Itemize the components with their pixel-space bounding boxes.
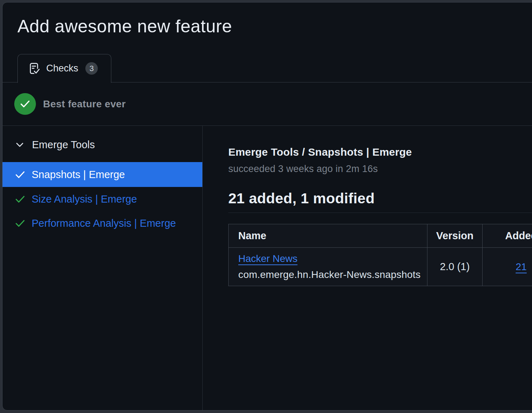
tab-checks-label: Checks [46, 63, 78, 74]
version-cell: 2.0 (1) [427, 248, 483, 286]
diff-summary: 21 added, 1 modified [228, 190, 532, 207]
app-name-link[interactable]: Hacker News [238, 253, 297, 264]
success-check-icon [14, 93, 36, 115]
tab-checks-count-badge: 3 [85, 62, 98, 75]
table-row: Hacker News com.emerge.hn.Hacker-News.sn… [229, 248, 532, 286]
check-icon [15, 220, 25, 227]
check-run-title: Best feature ever [43, 98, 126, 110]
sidebar-check-list: Snapshots | Emerge Size Analysis | Emerg… [2, 162, 202, 235]
column-header-added: Added [483, 224, 532, 248]
sidebar-item-performance-analysis[interactable]: Performance Analysis | Emerge [2, 211, 202, 235]
run-status-line: succeeded 3 weeks ago in 2m 16s [228, 163, 532, 175]
sidebar-item-label: Snapshots | Emerge [32, 169, 125, 181]
chevron-down-icon [16, 143, 23, 147]
checklist-icon [29, 62, 40, 75]
sidebar-group-emerge-tools[interactable]: Emerge Tools [2, 135, 202, 154]
checks-page-card: Add awesome new feature Checks 3 Best fe… [2, 2, 532, 411]
column-header-version: Version [427, 224, 483, 248]
check-detail-panel: Emerge Tools / Snapshots | Emerge succee… [203, 126, 532, 410]
check-icon [15, 195, 25, 203]
summary-divider [228, 213, 532, 213]
sidebar-item-snapshots[interactable]: Snapshots | Emerge [2, 162, 202, 187]
page-title: Add awesome new feature [17, 17, 532, 36]
sidebar-item-size-analysis[interactable]: Size Analysis | Emerge [2, 187, 202, 211]
bundle-id: com.emerge.hn.Hacker-News.snapshots [238, 269, 427, 280]
sidebar-item-label: Performance Analysis | Emerge [32, 218, 176, 229]
column-header-name: Name [229, 224, 427, 248]
checks-body: Emerge Tools Snapshots | Emerge [2, 126, 532, 410]
sidebar-group-label: Emerge Tools [32, 139, 95, 151]
added-cell: 21 [483, 248, 532, 286]
check-icon [15, 171, 25, 178]
check-breadcrumb: Emerge Tools / Snapshots | Emerge [228, 146, 532, 158]
added-count-link[interactable]: 21 [516, 261, 527, 273]
snapshots-results-table: Name Version Added Hacker News com.emerg… [228, 224, 532, 286]
app-name-cell: Hacker News com.emerge.hn.Hacker-News.sn… [229, 248, 427, 286]
table-header-row: Name Version Added [229, 224, 532, 248]
tab-bar: Checks 3 [2, 54, 532, 82]
checks-sidebar: Emerge Tools Snapshots | Emerge [2, 126, 203, 410]
sidebar-item-label: Size Analysis | Emerge [32, 193, 137, 205]
check-run-header: Best feature ever [2, 82, 532, 126]
tab-checks[interactable]: Checks 3 [17, 54, 111, 83]
